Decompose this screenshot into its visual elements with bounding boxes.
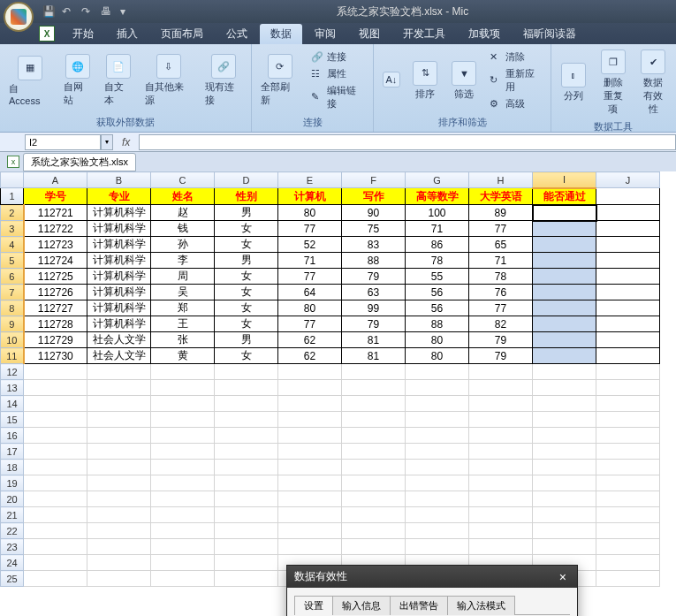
workbook-tab[interactable]: 系统之家实验文档.xlsx [23, 153, 136, 171]
col-header-D[interactable]: D [215, 172, 278, 188]
cell[interactable]: 78 [469, 269, 533, 285]
tab-view[interactable]: 视图 [348, 24, 391, 44]
cell[interactable]: 79 [469, 348, 533, 364]
from-text-button[interactable]: 📄自文本 [101, 52, 136, 109]
cell[interactable]: 89 [469, 205, 533, 221]
cell[interactable]: 88 [342, 253, 406, 269]
cell[interactable] [24, 507, 87, 523]
cell[interactable] [469, 539, 533, 555]
tab-formula[interactable]: 公式 [216, 24, 258, 44]
cell[interactable]: 79 [342, 269, 406, 285]
cell[interactable] [278, 507, 342, 523]
col-header-A[interactable]: A [24, 172, 87, 188]
cell[interactable] [533, 269, 596, 285]
clear-button[interactable]: ✕清除 [486, 49, 545, 65]
row-header[interactable]: 3 [1, 221, 24, 237]
cell[interactable]: 社会人文学 [87, 348, 151, 364]
cell[interactable] [533, 253, 596, 269]
cell[interactable] [151, 444, 215, 460]
row-header[interactable]: 14 [1, 396, 24, 412]
cell[interactable] [278, 444, 342, 460]
table-header-cell[interactable]: 姓名 [151, 188, 215, 205]
cell[interactable]: 80 [406, 348, 469, 364]
cell[interactable] [24, 523, 87, 539]
cell[interactable] [342, 380, 406, 396]
cell[interactable] [215, 507, 278, 523]
cell[interactable]: 75 [342, 221, 406, 237]
cell[interactable]: 王 [151, 316, 215, 332]
cell[interactable]: 女 [215, 348, 278, 364]
cell[interactable] [342, 428, 406, 444]
cell[interactable]: 112726 [24, 285, 87, 300]
cell[interactable] [87, 412, 151, 428]
cell[interactable]: 79 [469, 332, 533, 348]
cell[interactable] [151, 396, 215, 412]
cell[interactable] [87, 428, 151, 444]
fx-icon[interactable]: fx [113, 136, 139, 148]
cell[interactable] [342, 491, 406, 507]
cell[interactable]: 52 [278, 237, 342, 253]
cell[interactable] [278, 523, 342, 539]
cell[interactable] [342, 444, 406, 460]
cell[interactable] [215, 571, 278, 587]
cell[interactable]: 112729 [24, 332, 87, 348]
cell[interactable] [215, 491, 278, 507]
chevron-down-icon[interactable]: ▾ [120, 5, 133, 18]
cell[interactable] [596, 428, 660, 444]
cell[interactable] [406, 460, 469, 475]
cell[interactable] [278, 364, 342, 380]
existing-conn-button[interactable]: 🔗现有连接 [201, 52, 247, 109]
cell[interactable]: 100 [406, 205, 469, 221]
close-icon[interactable]: × [556, 570, 570, 584]
row-header[interactable]: 15 [1, 412, 24, 428]
cell[interactable]: 77 [278, 221, 342, 237]
cell[interactable] [24, 555, 87, 571]
cell[interactable] [596, 555, 660, 571]
row-header[interactable]: 18 [1, 460, 24, 475]
cell[interactable]: 女 [215, 316, 278, 332]
dlg-tab-settings[interactable]: 设置 [294, 596, 333, 615]
row-header[interactable]: 12 [1, 364, 24, 380]
cell[interactable]: 孙 [151, 237, 215, 253]
row-header[interactable]: 23 [1, 539, 24, 555]
cell[interactable] [24, 444, 87, 460]
cell[interactable] [151, 475, 215, 491]
cell[interactable]: 张 [151, 332, 215, 348]
cell[interactable] [87, 507, 151, 523]
from-web-button[interactable]: 🌐自网站 [60, 52, 95, 109]
cell[interactable]: 77 [278, 316, 342, 332]
cell[interactable] [24, 380, 87, 396]
cell[interactable] [87, 571, 151, 587]
cell[interactable]: 赵 [151, 205, 215, 221]
cell[interactable] [87, 539, 151, 555]
row-header[interactable]: 22 [1, 523, 24, 539]
cell[interactable]: 计算机科学 [87, 253, 151, 269]
cell[interactable] [278, 475, 342, 491]
cell[interactable] [533, 444, 596, 460]
cell[interactable] [406, 428, 469, 444]
cell[interactable] [278, 460, 342, 475]
cell[interactable] [278, 539, 342, 555]
cell[interactable] [533, 237, 596, 253]
filter-button[interactable]: ▼筛选 [447, 59, 481, 103]
cell[interactable]: 计算机科学 [87, 285, 151, 300]
cell[interactable]: 女 [215, 300, 278, 316]
cell[interactable] [596, 364, 660, 380]
table-header-cell[interactable]: 计算机 [278, 188, 342, 205]
cell[interactable]: 83 [342, 237, 406, 253]
cell[interactable] [533, 428, 596, 444]
cell[interactable] [215, 380, 278, 396]
cell[interactable]: 女 [215, 221, 278, 237]
cell[interactable]: 65 [469, 237, 533, 253]
data-validation-button[interactable]: ✔数据 有效性 [635, 48, 671, 118]
cell[interactable] [533, 300, 596, 316]
cell[interactable] [278, 491, 342, 507]
row-header[interactable]: 25 [1, 571, 24, 587]
cell[interactable]: 86 [406, 237, 469, 253]
cell[interactable] [469, 523, 533, 539]
col-header-B[interactable]: B [87, 172, 151, 188]
cell[interactable] [596, 316, 660, 332]
cell[interactable]: 计算机科学 [87, 269, 151, 285]
table-header-cell[interactable]: 高等数学 [406, 188, 469, 205]
cell[interactable] [87, 555, 151, 571]
